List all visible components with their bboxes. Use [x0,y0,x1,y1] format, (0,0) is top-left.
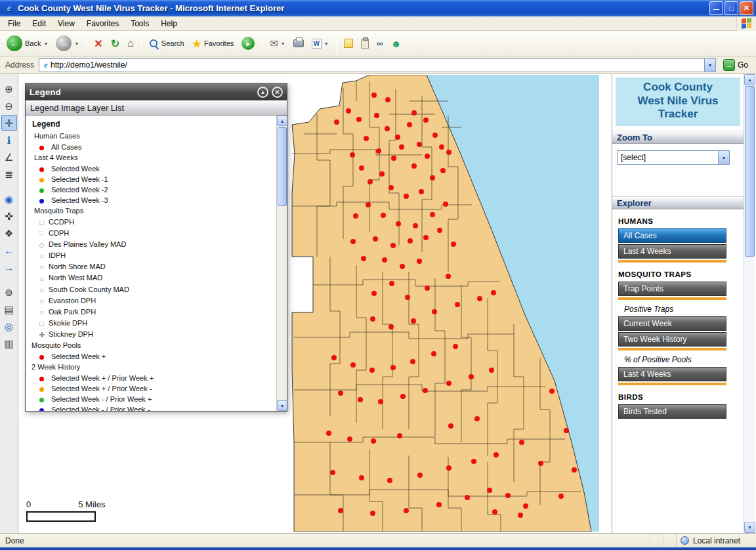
status-pane [663,534,676,547]
forward-extent-tool[interactable]: → [1,259,17,275]
zoom-in-tool[interactable]: ⊕ [1,81,17,96]
legend-row: ◇Des Plaines Valley MAD [26,239,276,250]
legend-row: Selected Week -2 [26,184,276,195]
legend-row: All Cases [26,142,276,152]
legend-marker-dot-icon [39,167,44,172]
clipboard-button[interactable] [358,37,372,51]
legend-row: □CCDPH [26,217,276,228]
button-birds-tested[interactable]: Birds Tested [618,404,726,419]
mail-button[interactable]: ✉ ▼ [266,35,289,51]
menu-view[interactable]: View [52,17,81,30]
scroll-thumb[interactable] [745,86,755,257]
button-two-week-history[interactable]: Two Week History [618,332,726,347]
print-button[interactable] [290,37,307,49]
legend-row: ○South Cook County MAD [26,284,276,295]
research-button[interactable]: ∞ [373,36,387,51]
home-button[interactable]: ⌂ [124,35,137,51]
legend-close-button[interactable]: ✕ [272,87,283,98]
legend-marker-circle-icon: ○ [37,274,47,284]
print-tool[interactable]: ▥ [1,335,17,351]
query-tool[interactable]: ⊚ [1,284,17,300]
legend-row-label: All Cases [51,143,81,151]
legend-row: Selected Week + / Prior Week + [26,373,276,383]
set-units-tool[interactable]: ≣ [1,166,17,182]
legend-row: □Skokie DPH [26,318,276,329]
legend-marker-dot-icon [39,199,44,203]
menu-file[interactable]: File [2,17,26,30]
identify-icon: ℹ [7,135,11,145]
forward-extent-icon: → [4,263,14,272]
page-scrollbar[interactable]: ▲ ▼ [744,74,755,533]
legend-row-label: Selected Week + / Prior Week - [51,385,152,392]
legend-row: Selected Week [26,163,276,174]
menu-help[interactable]: Help [155,17,183,30]
legend-scrollbar[interactable]: ▲ ▼ [276,116,287,411]
forward-icon: → [56,35,72,51]
map-canvas[interactable] [291,75,599,532]
address-input[interactable] [51,60,704,71]
overview-map-tool[interactable]: ◎ [1,318,17,334]
chevron-down-icon[interactable]: ▼ [718,151,729,164]
button-current-week[interactable]: Current Week [618,316,726,331]
zoom-active-layer-tool[interactable]: ✜ [1,208,17,224]
zoom-selected-tool[interactable]: ❖ [1,225,17,241]
search-label: Search [161,39,184,47]
refresh-button[interactable]: ↻ [108,35,123,52]
legend-row-label: Human Cases [34,132,80,140]
close-button[interactable]: ✕ [740,1,753,15]
menu-favorites[interactable]: Favorites [81,17,125,30]
minimize-button[interactable]: — [709,1,723,15]
toolbar-separator [141,35,142,52]
media-button[interactable]: ▸ [238,35,258,52]
measure-icon: ∠ [5,152,13,162]
identify-tool[interactable]: ℹ [1,132,17,148]
full-extent-tool[interactable]: ◉ [1,191,17,207]
button-last-4-weeks[interactable]: Last 4 Weeks [618,244,726,259]
back-extent-tool[interactable]: ← [1,242,17,258]
discuss-button[interactable] [341,37,356,50]
zoom-out-tool[interactable]: ⊖ [1,98,17,114]
address-dropdown-button[interactable]: ▼ [704,59,715,72]
go-button[interactable]: → Go [719,59,753,71]
legend-marker-dot-icon [39,188,44,193]
search-button[interactable]: Search [146,37,188,51]
section-label-birds: BIRDS [618,393,744,401]
legend-collapse-button[interactable]: ▲ [257,87,268,98]
stop-button[interactable]: ✕ [91,35,106,52]
legend-row-label: Selected Week - / Prior Week + [51,395,152,403]
legend-row: ○North West MAD [26,272,276,284]
back-button[interactable]: ← Back ▼ [3,33,51,53]
word-icon: W [312,39,322,49]
messenger-button[interactable]: ☻ [388,36,405,51]
scroll-up-icon[interactable]: ▲ [277,116,287,126]
browser-content: ⊕⊖✛ℹ∠≣◉✜❖←→⊚▤◎▥ [0,74,756,533]
scroll-thumb[interactable] [278,127,287,206]
button-trap-points[interactable]: Trap Points [618,282,726,296]
scroll-down-icon[interactable]: ▼ [744,522,755,533]
measure-tool[interactable]: ∠ [1,149,17,165]
menu-bar: FileEditViewFavoritesToolsHelp [0,16,756,31]
maximize-button[interactable]: □ [724,1,738,15]
legend-row: Legend [26,118,276,131]
mail-dropdown-icon: ▼ [281,41,285,46]
pan-tool[interactable]: ✛ [1,115,17,131]
legend-row: Mosquito Traps [26,205,276,217]
button-all-cases[interactable]: All Cases [618,228,726,243]
menu-tools[interactable]: Tools [125,17,155,30]
button-last-4-weeks[interactable]: Last 4 Weeks [618,367,726,381]
zoom-active-layer-icon: ✜ [5,211,13,221]
legend-subtitle-bar: Legend Image Layer List [26,100,287,116]
forward-button[interactable]: → ▼ [52,33,82,53]
scroll-down-icon[interactable]: ▼ [277,400,287,411]
favorites-star-icon: ★ [192,37,201,50]
scroll-up-icon[interactable]: ▲ [744,74,755,85]
go-label: Go [738,60,748,70]
favorites-button[interactable]: ★ Favorites [189,35,238,52]
edit-with-word-button[interactable]: W ▼ [308,37,332,51]
legend-row-label: Selected Week -2 [51,186,108,194]
attribute-table-tool[interactable]: ▤ [1,301,17,317]
legend-row: Selected Week + / Prior Week - [26,383,276,394]
zoom-to-select[interactable]: [select] ▼ [617,150,730,165]
menu-edit[interactable]: Edit [26,17,52,30]
legend-row-label: Evanston DPH [49,297,96,305]
